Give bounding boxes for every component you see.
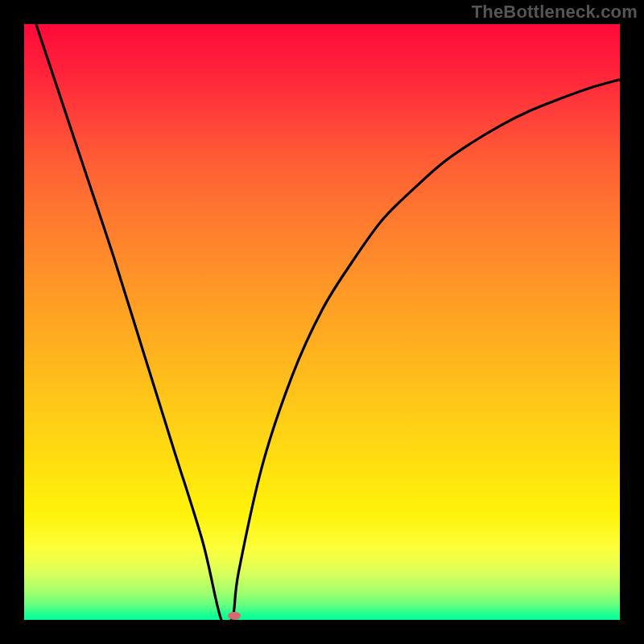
bottleneck-curve: [24, 24, 620, 620]
minimum-marker: [228, 612, 241, 620]
chart-frame: TheBottleneck.com: [0, 0, 644, 644]
watermark-text: TheBottleneck.com: [472, 2, 638, 23]
curve-path: [36, 24, 620, 620]
